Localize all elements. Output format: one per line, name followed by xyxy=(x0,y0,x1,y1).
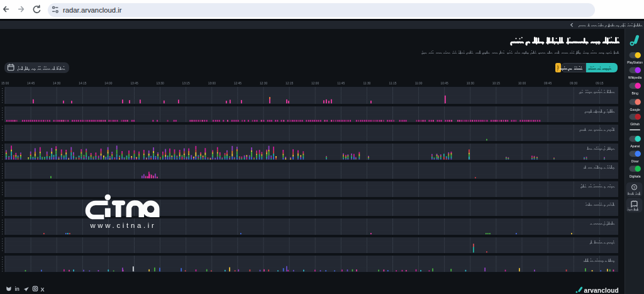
svg-text:Wikipedia: Wikipedia xyxy=(628,76,641,79)
svg-text:?: ? xyxy=(633,186,635,189)
svg-text:12:30: 12:30 xyxy=(260,82,268,85)
svg-text:10:45: 10:45 xyxy=(441,82,449,85)
svg-text:15:00: 15:00 xyxy=(1,82,9,85)
svg-text:14:15: 14:15 xyxy=(79,82,87,85)
svg-text:12:45: 12:45 xyxy=(234,82,242,85)
svg-text:13:45: 13:45 xyxy=(130,82,138,85)
svg-text:www.citna.ir: www.citna.ir xyxy=(89,222,156,229)
svg-text:X: X xyxy=(41,286,45,293)
svg-text:14:30: 14:30 xyxy=(53,82,61,85)
svg-text:11:45: 11:45 xyxy=(337,82,345,85)
svg-text:PlayStation: PlayStation xyxy=(627,61,643,64)
svg-text:12:00: 12:00 xyxy=(311,82,319,85)
svg-text:arvancloud: arvancloud xyxy=(584,287,619,294)
svg-text:Aparat: Aparat xyxy=(630,144,640,148)
svg-text:12:15: 12:15 xyxy=(286,82,294,85)
svg-text:09:30: 09:30 xyxy=(570,82,578,85)
svg-text:11:15: 11:15 xyxy=(389,82,397,85)
svg-text:Google: Google xyxy=(630,108,640,111)
svg-text:09:45: 09:45 xyxy=(544,82,552,85)
svg-text:09:15: 09:15 xyxy=(596,82,604,85)
svg-text:13:30: 13:30 xyxy=(156,82,164,85)
svg-text:14:00: 14:00 xyxy=(104,82,113,85)
svg-text:10:30: 10:30 xyxy=(467,82,475,85)
svg-text:Divar: Divar xyxy=(631,159,639,163)
svg-text:11:00: 11:00 xyxy=(415,82,423,85)
svg-text:10:00: 10:00 xyxy=(518,82,526,85)
svg-text:in: in xyxy=(15,286,19,292)
svg-text:10:15: 10:15 xyxy=(492,82,501,85)
svg-text:14:45: 14:45 xyxy=(27,82,35,85)
svg-text:13:00: 13:00 xyxy=(208,82,216,85)
svg-text:13:15: 13:15 xyxy=(182,82,191,85)
svg-text:Github: Github xyxy=(630,122,640,126)
svg-text:Bing: Bing xyxy=(632,91,638,95)
svg-text:Digikala: Digikala xyxy=(630,175,641,178)
svg-text:11:30: 11:30 xyxy=(363,82,370,85)
